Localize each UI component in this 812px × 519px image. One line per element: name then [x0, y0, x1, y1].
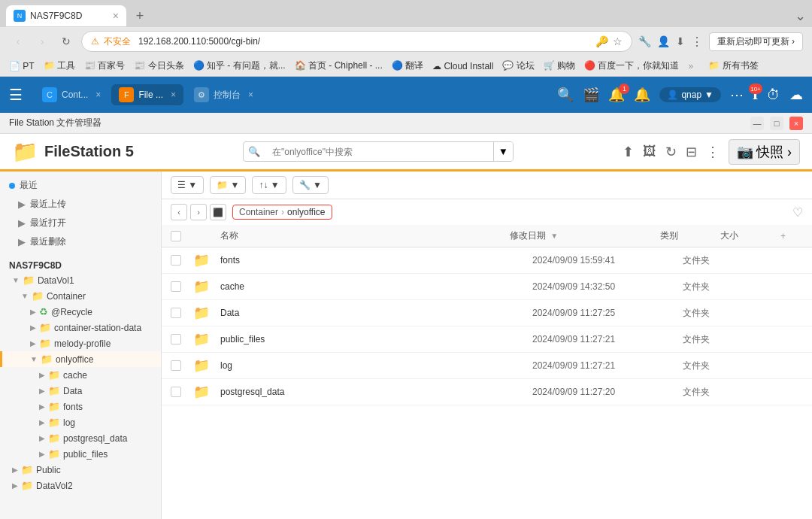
nas-tab-container[interactable]: C Cont... ×	[35, 84, 108, 105]
sidebar-item-recent-delete[interactable]: ▶ 最近删除	[0, 232, 161, 251]
header-size[interactable]: 大小	[720, 229, 780, 242]
sidebar-item-recent-open[interactable]: ▶ 最近打开	[0, 214, 161, 232]
bookmark-toutiao[interactable]: 📰 今日头条	[134, 59, 183, 72]
sidebar-item-recent-upload[interactable]: ▶ 最近上传	[0, 195, 161, 214]
all-bookmarks[interactable]: 📁 所有书签	[708, 59, 758, 72]
media-icon-btn[interactable]: 🎬	[583, 86, 599, 103]
table-row[interactable]: 📁 postgresql_data 2024/09/09 11:27:20 文件…	[162, 379, 812, 405]
tree-item-onlyoffice[interactable]: ▼ 📁 onlyoffice	[0, 351, 161, 367]
filter-icon[interactable]: ⊟	[686, 144, 697, 160]
sidebar-recent-header[interactable]: 最近	[0, 176, 161, 195]
more-icon[interactable]: ⋮	[706, 144, 720, 160]
row-checkbox[interactable]	[171, 387, 181, 397]
back-button[interactable]: ‹	[9, 32, 27, 50]
close-button[interactable]: ×	[789, 117, 803, 130]
bell-icon-btn[interactable]: 🔔	[634, 86, 650, 103]
nav-back-btn[interactable]: ‹	[171, 204, 187, 220]
extensions-icon[interactable]: 🔧	[638, 35, 651, 47]
row-checkbox[interactable]	[171, 255, 181, 266]
breadcrumb-container[interactable]: Container	[239, 207, 278, 217]
snapshot-button[interactable]: 📷 快照 ›	[729, 139, 800, 165]
bookmark-cloud[interactable]: ☁ Cloud Install	[432, 61, 493, 71]
header-date[interactable]: 修改日期 ▼	[510, 229, 660, 242]
cloud-icon-btn[interactable]: ☁	[789, 86, 803, 103]
table-row[interactable]: 📁 log 2024/09/09 11:27:21 文件夹	[162, 353, 812, 379]
reload-button[interactable]: ↻	[57, 32, 75, 50]
tree-item-fonts[interactable]: ▶ 📁 fonts	[0, 399, 161, 414]
tree-item-postgresql-data[interactable]: ▶ 📁 postgresql_data	[0, 430, 161, 446]
tree-item-public[interactable]: ▶ 📁 Public	[0, 462, 161, 478]
bookmark-shop[interactable]: 🛒 购物	[544, 59, 575, 72]
tree-item-container-station-data[interactable]: ▶ 📁 container-station-data	[0, 320, 161, 335]
favorite-icon[interactable]: ♡	[792, 206, 803, 219]
bookmark-chiphell[interactable]: 🏠 首页 - Chiphell - ...	[295, 59, 383, 72]
header-type[interactable]: 类别	[660, 229, 720, 242]
container-tab-close[interactable]: ×	[95, 90, 101, 100]
upload-icon[interactable]: ⬆	[623, 144, 634, 160]
tools-btn[interactable]: 🔧 ▼	[292, 176, 329, 194]
controlpanel-tab-close[interactable]: ×	[248, 90, 253, 100]
tree-item-datavol1[interactable]: ▼ 📁 DataVol1	[0, 272, 161, 288]
filestation-tab-close[interactable]: ×	[171, 90, 176, 100]
tree-item-datavol2[interactable]: ▶ 📁 DataVol2	[0, 478, 161, 493]
user-menu-btn[interactable]: 👤 qnap ▼	[659, 87, 721, 102]
tree-item-data[interactable]: ▶ 📁 Data	[0, 383, 161, 399]
bookmark-zhihu[interactable]: 🔵 知乎 - 有问题，就...	[193, 59, 286, 72]
breadcrumb-current[interactable]: onlyoffice	[287, 207, 325, 217]
nas-tab-controlpanel[interactable]: ⚙ 控制台 ×	[186, 84, 261, 105]
fs-search-dropdown-btn[interactable]: ▼	[493, 142, 513, 161]
bookmark-baidu[interactable]: 🔴 百度一下，你就知道	[584, 59, 679, 72]
view-toggle-btn[interactable]: ☰ ▼	[171, 176, 204, 194]
profile-icon[interactable]: 👤	[657, 35, 670, 47]
browser-tab[interactable]: N NAS7F9C8D ×	[6, 5, 126, 26]
notification-icon-btn[interactable]: 🔔 1	[608, 86, 625, 103]
bookmark-translate[interactable]: 🔵 翻译	[392, 59, 423, 72]
speed-icon-btn[interactable]: ⏱	[767, 87, 780, 103]
table-row[interactable]: 📁 Data 2024/09/09 11:27:25 文件夹	[162, 300, 812, 326]
refresh-icon[interactable]: ↻	[665, 144, 677, 160]
nas-tab-filestation[interactable]: F File ... ×	[111, 84, 183, 105]
tree-item-melody-profile[interactable]: ▶ 📁 melody-profile	[0, 335, 161, 351]
bookmark-baijia[interactable]: 📰 百家号	[84, 59, 125, 72]
new-tab-button[interactable]: +	[129, 5, 150, 26]
tree-item-public-files[interactable]: ▶ 📁 public_files	[0, 446, 161, 462]
search-icon-btn[interactable]: 🔍	[557, 86, 574, 103]
nav-forward-btn[interactable]: ›	[190, 204, 207, 220]
tab-close-icon[interactable]: ×	[113, 11, 119, 21]
bookmark-tools[interactable]: 📁 工具	[44, 59, 75, 72]
download-icon[interactable]: ⬇	[676, 35, 685, 47]
restore-button[interactable]: □	[770, 117, 783, 130]
table-row[interactable]: 📁 cache 2024/09/09 14:32:50 文件夹	[162, 274, 812, 300]
photo-icon[interactable]: 🖼	[643, 144, 656, 159]
forward-button[interactable]: ›	[33, 32, 51, 50]
row-checkbox[interactable]	[171, 281, 181, 292]
row-checkbox[interactable]	[171, 334, 181, 344]
header-add-col[interactable]: +	[780, 231, 803, 241]
tree-item-cache[interactable]: ▶ 📁 cache	[0, 367, 161, 383]
restart-button[interactable]: 重新启动即可更新 ›	[709, 32, 803, 51]
nav-up-btn[interactable]: ⬛	[210, 204, 226, 220]
star-icon[interactable]: ☆	[613, 35, 623, 47]
new-folder-btn[interactable]: 📁 ▼	[210, 176, 246, 194]
browser-menu-icon[interactable]: ⌄	[795, 8, 806, 24]
table-row[interactable]: 📁 public_files 2024/09/09 11:27:21 文件夹	[162, 326, 812, 353]
fs-search-input[interactable]	[265, 143, 493, 161]
info-icon-btn[interactable]: ℹ 10+	[753, 86, 758, 103]
bookmark-forum[interactable]: 💬 论坛	[502, 59, 534, 72]
row-checkbox[interactable]	[171, 360, 181, 371]
hamburger-menu-icon[interactable]: ☰	[9, 86, 23, 104]
select-all-checkbox[interactable]	[171, 231, 181, 241]
address-input[interactable]: ⚠ 不安全 192.168.200.110:5000/cgi-bin/ 🔑 ☆	[81, 31, 632, 52]
more-bookmarks-btn[interactable]: »	[688, 61, 693, 71]
header-check[interactable]	[171, 231, 193, 241]
bookmark-pt[interactable]: 📄 PT	[9, 61, 35, 71]
tree-item-container[interactable]: ▼ 📁 Container	[0, 288, 161, 304]
tree-item-recycle[interactable]: ▶ ♻ @Recycle	[0, 304, 161, 320]
minimize-button[interactable]: —	[750, 117, 764, 130]
key-icon[interactable]: 🔑	[595, 35, 608, 47]
header-name[interactable]: 名称	[220, 229, 510, 242]
browser-menu-dots[interactable]: ⋮	[691, 35, 703, 49]
tree-item-log[interactable]: ▶ 📁 log	[0, 414, 161, 430]
sort-btn[interactable]: ↑↓ ▼	[252, 176, 286, 194]
dots-icon-btn[interactable]: ⋯	[730, 86, 744, 103]
